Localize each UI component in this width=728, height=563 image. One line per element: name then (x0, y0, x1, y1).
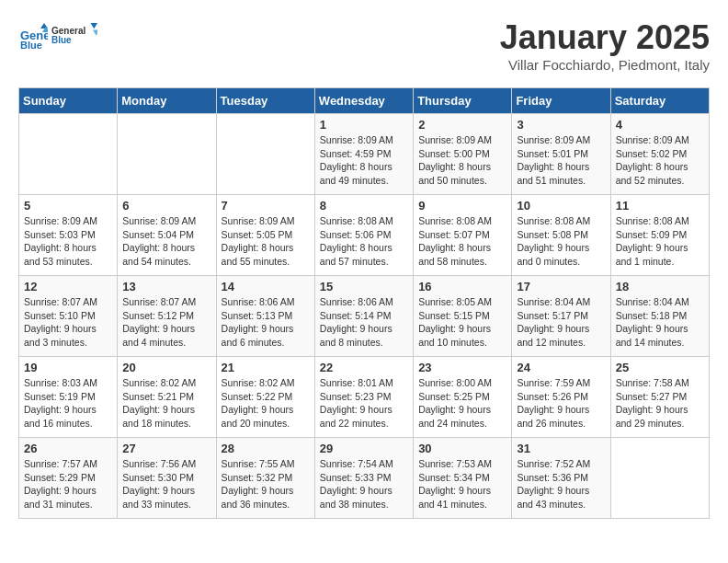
day-number: 31 (517, 442, 605, 455)
day-info: Sunrise: 7:53 AM Sunset: 5:34 PM Dayligh… (418, 457, 506, 511)
day-info: Sunrise: 8:08 AM Sunset: 5:09 PM Dayligh… (616, 214, 704, 269)
calendar-cell: 3Sunrise: 8:09 AM Sunset: 5:01 PM Daylig… (512, 114, 610, 195)
day-info: Sunrise: 8:09 AM Sunset: 5:00 PM Dayligh… (418, 133, 506, 188)
calendar-cell: 6Sunrise: 8:09 AM Sunset: 5:04 PM Daylig… (118, 195, 216, 276)
day-number: 17 (517, 280, 605, 293)
calendar-cell: 26Sunrise: 7:57 AM Sunset: 5:29 PM Dayli… (19, 438, 118, 519)
svg-text:Blue: Blue (20, 40, 42, 51)
weekday-header: Thursday (414, 88, 512, 114)
weekday-header: Friday (512, 88, 610, 114)
calendar-cell: 24Sunrise: 7:59 AM Sunset: 5:26 PM Dayli… (512, 357, 610, 438)
svg-text:Blue: Blue (51, 35, 72, 45)
calendar-cell: 18Sunrise: 8:04 AM Sunset: 5:18 PM Dayli… (610, 276, 709, 357)
day-info: Sunrise: 8:01 AM Sunset: 5:23 PM Dayligh… (320, 376, 408, 431)
calendar-cell: 12Sunrise: 8:07 AM Sunset: 5:10 PM Dayli… (19, 276, 118, 357)
location: Villar Focchiardo, Piedmont, Italy (500, 57, 710, 73)
month-title: January 2025 (500, 18, 710, 57)
day-number: 29 (320, 442, 408, 455)
day-number: 13 (122, 280, 210, 293)
day-number: 20 (122, 361, 210, 374)
day-number: 15 (320, 280, 408, 293)
day-number: 14 (222, 280, 310, 293)
day-info: Sunrise: 8:05 AM Sunset: 5:15 PM Dayligh… (418, 295, 506, 350)
day-number: 23 (418, 361, 506, 374)
calendar-cell: 17Sunrise: 8:04 AM Sunset: 5:17 PM Dayli… (512, 276, 610, 357)
day-info: Sunrise: 8:03 AM Sunset: 5:19 PM Dayligh… (24, 376, 112, 431)
day-number: 27 (122, 442, 210, 455)
calendar-cell (610, 438, 709, 519)
calendar-cell: 28Sunrise: 7:55 AM Sunset: 5:32 PM Dayli… (216, 438, 314, 519)
day-info: Sunrise: 7:55 AM Sunset: 5:32 PM Dayligh… (222, 457, 310, 511)
day-number: 30 (418, 442, 506, 455)
day-number: 2 (418, 118, 506, 132)
calendar-cell: 31Sunrise: 7:52 AM Sunset: 5:36 PM Dayli… (512, 438, 610, 519)
calendar-cell: 1Sunrise: 8:09 AM Sunset: 4:59 PM Daylig… (314, 114, 413, 195)
svg-marker-3 (40, 23, 48, 29)
calendar-cell: 19Sunrise: 8:03 AM Sunset: 5:19 PM Dayli… (19, 357, 118, 438)
day-number: 24 (517, 361, 605, 374)
day-number: 3 (517, 118, 605, 132)
calendar-cell: 15Sunrise: 8:06 AM Sunset: 5:14 PM Dayli… (314, 276, 413, 357)
day-number: 1 (320, 118, 408, 132)
day-info: Sunrise: 8:02 AM Sunset: 5:22 PM Dayligh… (222, 376, 310, 431)
calendar-week-row: 26Sunrise: 7:57 AM Sunset: 5:29 PM Dayli… (19, 438, 710, 519)
day-number: 28 (222, 442, 310, 455)
weekday-header-row: SundayMondayTuesdayWednesdayThursdayFrid… (19, 88, 710, 114)
calendar-cell: 20Sunrise: 8:02 AM Sunset: 5:21 PM Dayli… (118, 357, 216, 438)
svg-text:General: General (51, 26, 85, 36)
day-info: Sunrise: 8:09 AM Sunset: 5:04 PM Dayligh… (122, 214, 210, 269)
day-info: Sunrise: 8:09 AM Sunset: 5:05 PM Dayligh… (222, 214, 310, 269)
calendar-week-row: 5Sunrise: 8:09 AM Sunset: 5:03 PM Daylig… (19, 195, 710, 276)
day-number: 10 (517, 199, 605, 213)
day-info: Sunrise: 7:57 AM Sunset: 5:29 PM Dayligh… (24, 457, 112, 511)
day-info: Sunrise: 7:52 AM Sunset: 5:36 PM Dayligh… (517, 457, 605, 511)
day-info: Sunrise: 7:58 AM Sunset: 5:27 PM Dayligh… (616, 376, 704, 431)
day-number: 11 (616, 199, 704, 213)
day-info: Sunrise: 8:07 AM Sunset: 5:12 PM Dayligh… (122, 295, 210, 350)
weekday-header: Sunday (19, 88, 118, 114)
calendar-cell: 9Sunrise: 8:08 AM Sunset: 5:07 PM Daylig… (414, 195, 512, 276)
day-number: 9 (418, 199, 506, 213)
logo: General Blue General Blue (18, 18, 97, 53)
title-block: January 2025 Villar Focchiardo, Piedmont… (500, 18, 710, 73)
calendar-cell: 30Sunrise: 7:53 AM Sunset: 5:34 PM Dayli… (414, 438, 512, 519)
day-info: Sunrise: 8:07 AM Sunset: 5:10 PM Dayligh… (24, 295, 112, 350)
weekday-header: Saturday (610, 88, 709, 114)
day-info: Sunrise: 8:09 AM Sunset: 5:01 PM Dayligh… (517, 133, 605, 188)
day-info: Sunrise: 8:04 AM Sunset: 5:17 PM Dayligh… (517, 295, 605, 350)
day-number: 25 (616, 361, 704, 374)
calendar-cell: 27Sunrise: 7:56 AM Sunset: 5:30 PM Dayli… (118, 438, 216, 519)
day-number: 18 (616, 280, 704, 293)
day-info: Sunrise: 7:59 AM Sunset: 5:26 PM Dayligh… (517, 376, 605, 431)
day-number: 19 (24, 361, 112, 374)
calendar-cell: 13Sunrise: 8:07 AM Sunset: 5:12 PM Dayli… (118, 276, 216, 357)
calendar-week-row: 1Sunrise: 8:09 AM Sunset: 4:59 PM Daylig… (19, 114, 710, 195)
calendar-cell: 11Sunrise: 8:08 AM Sunset: 5:09 PM Dayli… (610, 195, 709, 276)
day-info: Sunrise: 8:02 AM Sunset: 5:21 PM Dayligh… (122, 376, 210, 431)
calendar-cell: 4Sunrise: 8:09 AM Sunset: 5:02 PM Daylig… (610, 114, 709, 195)
svg-marker-8 (93, 29, 97, 35)
day-number: 22 (320, 361, 408, 374)
calendar-cell: 10Sunrise: 8:08 AM Sunset: 5:08 PM Dayli… (512, 195, 610, 276)
calendar-cell: 29Sunrise: 7:54 AM Sunset: 5:33 PM Dayli… (314, 438, 413, 519)
day-info: Sunrise: 7:56 AM Sunset: 5:30 PM Dayligh… (122, 457, 210, 511)
calendar-cell (19, 114, 118, 195)
day-info: Sunrise: 8:09 AM Sunset: 5:02 PM Dayligh… (616, 133, 704, 188)
day-info: Sunrise: 8:06 AM Sunset: 5:14 PM Dayligh… (320, 295, 408, 350)
day-info: Sunrise: 7:54 AM Sunset: 5:33 PM Dayligh… (320, 457, 408, 511)
day-info: Sunrise: 8:08 AM Sunset: 5:08 PM Dayligh… (517, 214, 605, 269)
day-number: 8 (320, 199, 408, 213)
calendar-cell: 14Sunrise: 8:06 AM Sunset: 5:13 PM Dayli… (216, 276, 314, 357)
calendar-week-row: 12Sunrise: 8:07 AM Sunset: 5:10 PM Dayli… (19, 276, 710, 357)
day-number: 5 (24, 199, 112, 213)
day-number: 4 (616, 118, 704, 132)
day-info: Sunrise: 8:09 AM Sunset: 4:59 PM Dayligh… (320, 133, 408, 188)
day-info: Sunrise: 8:08 AM Sunset: 5:06 PM Dayligh… (320, 214, 408, 269)
calendar-cell: 7Sunrise: 8:09 AM Sunset: 5:05 PM Daylig… (216, 195, 314, 276)
logo-icon: General Blue (18, 21, 48, 51)
day-info: Sunrise: 8:04 AM Sunset: 5:18 PM Dayligh… (616, 295, 704, 350)
calendar-cell: 5Sunrise: 8:09 AM Sunset: 5:03 PM Daylig… (19, 195, 118, 276)
day-info: Sunrise: 8:09 AM Sunset: 5:03 PM Dayligh… (24, 214, 112, 269)
day-info: Sunrise: 8:08 AM Sunset: 5:07 PM Dayligh… (418, 214, 506, 269)
calendar-cell: 2Sunrise: 8:09 AM Sunset: 5:00 PM Daylig… (414, 114, 512, 195)
